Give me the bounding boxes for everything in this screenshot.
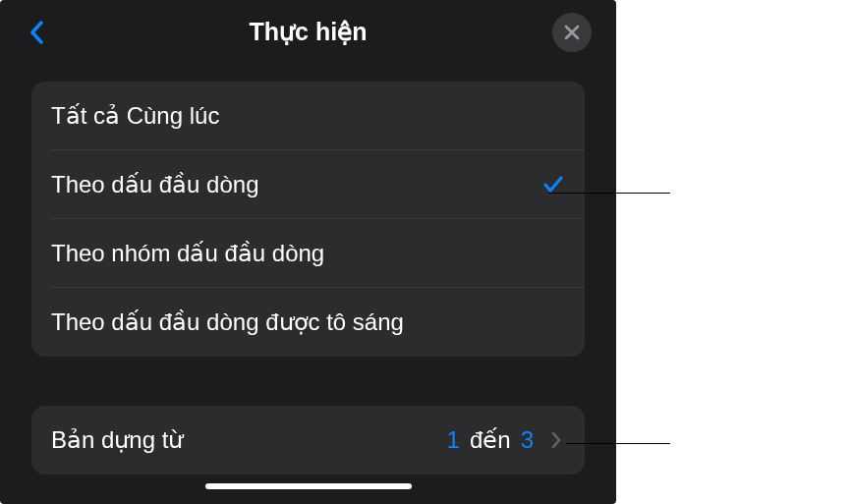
option-by-bullet-group[interactable]: Theo nhóm dấu đầu dòng — [31, 219, 585, 288]
build-to-text: đến — [470, 426, 511, 454]
header: Thực hiện — [0, 0, 616, 64]
build-to-value: 3 — [521, 426, 534, 454]
delivery-options-list: Tất cả Cùng lúc Theo dấu đầu dòng Theo n… — [31, 82, 585, 357]
delivery-settings-panel: Thực hiện Tất cả Cùng lúc Theo dấu đầu d… — [0, 0, 616, 504]
chevron-right-icon — [551, 430, 565, 450]
option-all-at-once[interactable]: Tất cả Cùng lúc — [31, 82, 585, 150]
option-label: Tất cả Cùng lúc — [51, 102, 219, 130]
build-range-label: Bản dựng từ — [51, 426, 183, 454]
back-button[interactable] — [25, 21, 48, 44]
build-range-group: Bản dựng từ 1 đến 3 — [31, 406, 585, 475]
option-label: Theo nhóm dấu đầu dòng — [51, 240, 324, 267]
option-label: Theo dấu đầu dòng được tô sáng — [51, 308, 404, 336]
option-label: Theo dấu đầu dòng — [51, 171, 259, 198]
close-button[interactable] — [552, 13, 592, 52]
build-from-value: 1 — [447, 426, 460, 454]
content-area: Tất cả Cùng lúc Theo dấu đầu dòng Theo n… — [0, 64, 616, 475]
home-indicator[interactable] — [205, 483, 412, 489]
chevron-left-icon — [29, 21, 43, 44]
callout-line — [566, 443, 670, 444]
callout-line — [548, 193, 670, 194]
option-by-bullet[interactable]: Theo dấu đầu dòng — [31, 150, 585, 219]
build-range-value: 1 đến 3 — [447, 426, 565, 454]
option-by-highlighted-bullet[interactable]: Theo dấu đầu dòng được tô sáng — [31, 288, 585, 357]
build-range-row[interactable]: Bản dựng từ 1 đến 3 — [31, 406, 585, 475]
page-title: Thực hiện — [250, 18, 368, 46]
close-icon — [564, 25, 580, 40]
